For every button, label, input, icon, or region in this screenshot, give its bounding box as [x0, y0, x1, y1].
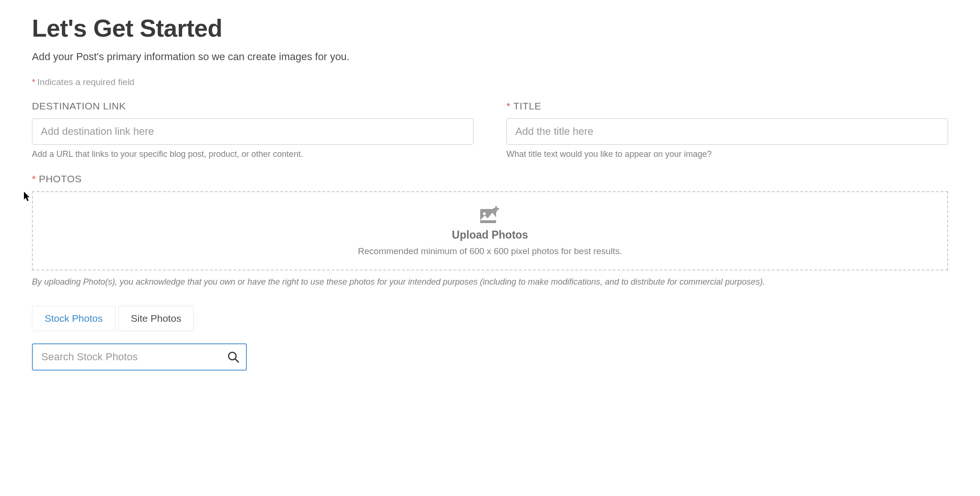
destination-link-label: DESTINATION LINK: [32, 101, 474, 112]
svg-rect-2: [480, 220, 496, 223]
form-row: DESTINATION LINK Add a URL that links to…: [32, 101, 948, 159]
photos-section: *PHOTOS Upload Photos Recommended minimu…: [32, 173, 948, 289]
asterisk-icon: *: [32, 77, 35, 87]
destination-link-input[interactable]: [32, 118, 474, 145]
search-wrap: [32, 343, 247, 371]
svg-point-1: [483, 212, 486, 215]
tab-site-photos[interactable]: Site Photos: [118, 306, 194, 331]
title-group: *TITLE What title text would you like to…: [506, 101, 948, 159]
page-title: Let's Get Started: [32, 14, 948, 42]
asterisk-icon: *: [32, 173, 36, 184]
svg-line-6: [235, 359, 238, 362]
upload-disclaimer: By uploading Photo(s), you acknowledge t…: [32, 275, 948, 289]
required-field-note: *Indicates a required field: [32, 77, 948, 87]
photos-label: *PHOTOS: [32, 173, 948, 185]
upload-help: Recommended minimum of 600 x 600 pixel p…: [42, 246, 938, 256]
upload-photos-dropzone[interactable]: Upload Photos Recommended minimum of 600…: [32, 191, 948, 271]
photos-label-text: PHOTOS: [39, 173, 82, 184]
search-button[interactable]: [225, 349, 241, 365]
destination-link-group: DESTINATION LINK Add a URL that links to…: [32, 101, 474, 159]
title-label-text: TITLE: [513, 101, 542, 111]
page-subtitle: Add your Post's primary information so w…: [32, 51, 948, 63]
destination-link-help: Add a URL that links to your specific bl…: [32, 149, 474, 159]
photo-tabs: Stock Photos Site Photos: [32, 306, 948, 331]
required-note-text: Indicates a required field: [37, 77, 134, 87]
title-input[interactable]: [506, 118, 948, 145]
asterisk-icon: *: [506, 101, 511, 111]
upload-title: Upload Photos: [42, 229, 938, 241]
title-help: What title text would you like to appear…: [506, 149, 948, 159]
title-label: *TITLE: [506, 101, 948, 112]
svg-rect-4: [493, 208, 499, 210]
tab-stock-photos[interactable]: Stock Photos: [32, 306, 115, 331]
upload-image-icon: [42, 206, 938, 223]
search-stock-photos-input[interactable]: [32, 343, 247, 371]
cursor-icon: [24, 192, 31, 204]
search-icon: [227, 351, 239, 363]
